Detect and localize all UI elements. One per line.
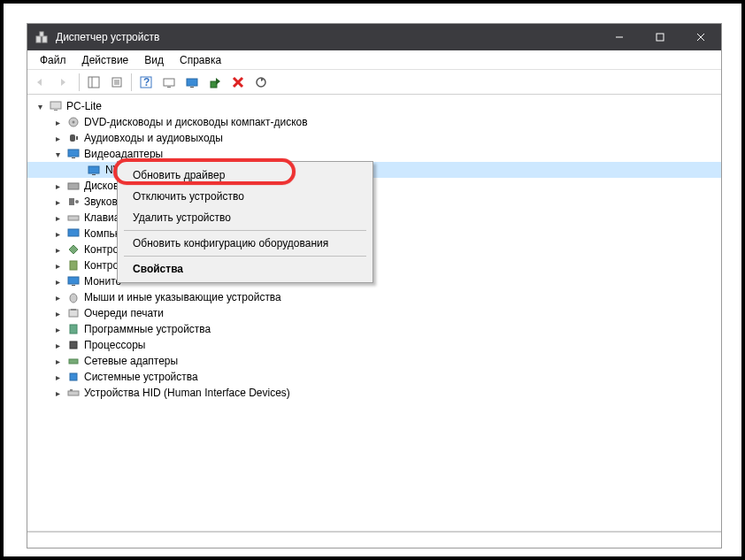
refresh-button[interactable] <box>250 72 272 93</box>
chevron-right-icon[interactable]: ▸ <box>52 324 63 334</box>
chevron-right-icon[interactable]: ▸ <box>52 133 63 143</box>
chevron-right-icon[interactable]: ▸ <box>52 387 63 398</box>
ctx-separator <box>124 230 366 231</box>
ctx-update-driver[interactable]: Обновить драйвер <box>120 165 370 186</box>
tree-category-label: Монито <box>84 275 121 288</box>
svg-rect-45 <box>70 341 77 349</box>
tree-root-label: PC-Lite <box>66 100 102 112</box>
chevron-down-icon[interactable]: ▾ <box>52 149 63 159</box>
chevron-right-icon[interactable]: ▸ <box>52 308 63 318</box>
status-bar <box>27 532 721 548</box>
tree-category-15[interactable]: ▸Системные устройства <box>27 369 721 385</box>
svg-rect-30 <box>72 157 75 158</box>
svg-rect-4 <box>657 34 664 41</box>
svg-rect-1 <box>42 36 47 42</box>
menu-action[interactable]: Действие <box>75 52 136 68</box>
chevron-down-icon[interactable]: ▾ <box>35 101 45 111</box>
svg-rect-33 <box>68 183 79 189</box>
update-driver-button[interactable] <box>181 72 203 93</box>
svg-rect-2 <box>40 32 43 36</box>
svg-rect-32 <box>92 174 96 175</box>
category-icon <box>66 370 81 384</box>
category-icon <box>66 115 81 129</box>
category-icon <box>66 179 81 193</box>
chevron-right-icon[interactable]: ▸ <box>52 196 63 207</box>
svg-rect-27 <box>70 134 75 142</box>
svg-text:?: ? <box>143 76 150 88</box>
help-button[interactable]: ? <box>135 72 157 93</box>
chevron-right-icon[interactable]: ▸ <box>52 117 63 127</box>
category-icon <box>66 306 81 320</box>
tree-category-1[interactable]: ▸Аудиовходы и аудиовыходы <box>27 130 721 146</box>
scan-hardware-button[interactable] <box>158 72 180 93</box>
svg-rect-23 <box>50 102 61 109</box>
menu-view[interactable]: Вид <box>137 52 171 68</box>
menubar: Файл Действие Вид Справка <box>27 50 721 70</box>
menu-file[interactable]: Файл <box>33 52 73 68</box>
minimize-button[interactable] <box>599 24 640 50</box>
svg-rect-31 <box>88 166 99 173</box>
tree-category-2[interactable]: ▾Видеоадаптеры <box>27 146 721 162</box>
category-icon <box>66 322 81 336</box>
chevron-right-icon[interactable]: ▸ <box>52 244 63 255</box>
chevron-right-icon[interactable]: ▸ <box>52 356 63 366</box>
menu-help[interactable]: Справка <box>173 52 228 68</box>
uninstall-device-button[interactable] <box>227 72 249 93</box>
ctx-scan-hardware[interactable]: Обновить конфигурацию оборудования <box>120 233 370 254</box>
back-button[interactable] <box>31 72 52 93</box>
tree-category-label: Сетевые адаптеры <box>84 355 178 367</box>
svg-rect-49 <box>70 389 73 391</box>
tree-category-10[interactable]: ▸Мыши и иные указывающие устройства <box>27 289 721 305</box>
svg-rect-39 <box>68 277 79 284</box>
close-button[interactable] <box>680 24 721 50</box>
svg-rect-34 <box>69 198 74 205</box>
svg-rect-29 <box>68 150 79 157</box>
category-icon <box>66 274 81 288</box>
tree-category-label: DVD-дисководы и дисководы компакт-дисков <box>84 116 308 128</box>
tree-category-12[interactable]: ▸Программные устройства <box>27 321 721 337</box>
svg-point-26 <box>73 121 75 124</box>
tree-category-label: Системные устройства <box>84 371 198 383</box>
ctx-uninstall-device[interactable]: Удалить устройство <box>120 207 370 228</box>
chevron-right-icon[interactable]: ▸ <box>52 372 63 382</box>
category-icon <box>66 338 81 352</box>
ctx-properties[interactable]: Свойства <box>120 258 370 280</box>
forward-button[interactable] <box>54 72 75 93</box>
svg-rect-19 <box>211 81 217 88</box>
chevron-right-icon[interactable]: ▸ <box>52 340 63 350</box>
category-icon <box>66 131 81 145</box>
computer-icon <box>49 99 63 113</box>
tree-category-16[interactable]: ▸Устройства HID (Human Interface Devices… <box>27 385 721 401</box>
svg-rect-16 <box>167 87 171 88</box>
svg-rect-24 <box>54 110 58 111</box>
svg-rect-48 <box>68 391 79 395</box>
enable-device-button[interactable] <box>204 72 226 93</box>
tree-category-label: Очереди печати <box>84 307 164 319</box>
chevron-right-icon[interactable]: ▸ <box>52 212 63 223</box>
maximize-button[interactable] <box>640 24 680 50</box>
category-icon <box>66 242 81 257</box>
tree-category-11[interactable]: ▸Очереди печати <box>27 305 721 321</box>
show-hide-tree-button[interactable] <box>83 72 104 93</box>
chevron-right-icon[interactable]: ▸ <box>52 276 63 287</box>
chevron-right-icon[interactable]: ▸ <box>52 260 63 271</box>
chevron-right-icon[interactable]: ▸ <box>52 180 63 191</box>
tree-category-14[interactable]: ▸Сетевые адаптеры <box>27 353 721 369</box>
properties-button[interactable] <box>106 72 127 93</box>
window-title: Диспетчер устройств <box>56 31 599 43</box>
svg-rect-40 <box>72 285 75 286</box>
svg-rect-44 <box>70 325 77 334</box>
chevron-right-icon[interactable]: ▸ <box>52 292 63 303</box>
tree-category-0[interactable]: ▸DVD-дисководы и дисководы компакт-диско… <box>27 114 721 130</box>
svg-rect-0 <box>36 36 41 42</box>
titlebar: Диспетчер устройств <box>27 24 721 50</box>
tree-category-13[interactable]: ▸Процессоры <box>27 337 721 353</box>
ctx-disable-device[interactable]: Отключить устройство <box>120 186 370 207</box>
svg-rect-42 <box>69 310 78 317</box>
tree-root[interactable]: ▾PC-Lite <box>27 98 721 114</box>
app-icon <box>35 30 49 44</box>
tree-category-label: Устройства HID (Human Interface Devices) <box>84 387 290 399</box>
chevron-right-icon[interactable]: ▸ <box>52 228 63 239</box>
svg-rect-17 <box>187 79 197 86</box>
category-icon <box>66 258 81 272</box>
